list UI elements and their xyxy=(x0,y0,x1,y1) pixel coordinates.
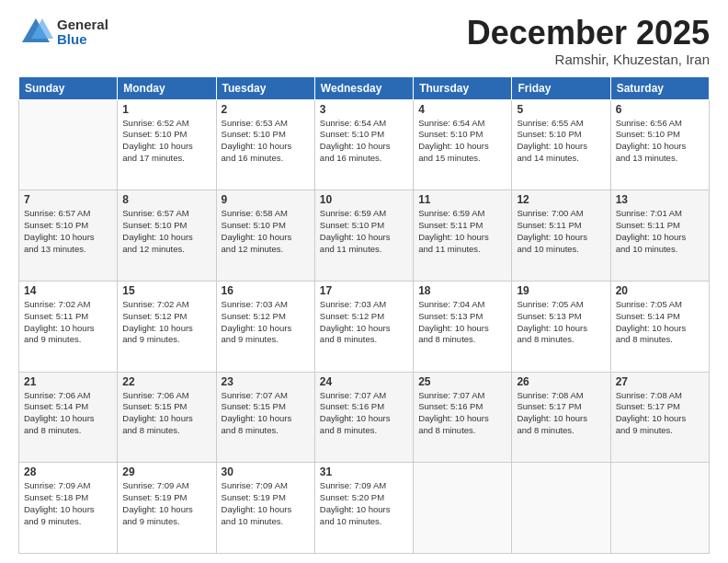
day-number: 8 xyxy=(122,193,210,206)
weekday-monday: Monday xyxy=(118,76,216,99)
day-cell xyxy=(610,463,709,554)
day-cell: 26Sunrise: 7:08 AMSunset: 5:17 PMDayligh… xyxy=(512,372,610,463)
day-number: 10 xyxy=(320,193,408,206)
day-info: Sunrise: 7:09 AMSunset: 5:19 PMDaylight:… xyxy=(222,480,310,527)
weekday-thursday: Thursday xyxy=(414,76,512,99)
day-number: 13 xyxy=(616,193,704,206)
logo-general: General xyxy=(57,17,108,33)
day-number: 7 xyxy=(24,193,112,206)
day-info: Sunrise: 7:07 AMSunset: 5:15 PMDaylight:… xyxy=(222,390,310,437)
day-cell: 16Sunrise: 7:03 AMSunset: 5:12 PMDayligh… xyxy=(216,281,314,372)
day-cell: 28Sunrise: 7:09 AMSunset: 5:18 PMDayligh… xyxy=(19,463,118,554)
weekday-wednesday: Wednesday xyxy=(314,76,413,99)
day-number: 17 xyxy=(320,284,408,297)
day-info: Sunrise: 7:02 AMSunset: 5:11 PMDaylight:… xyxy=(24,299,112,346)
day-info: Sunrise: 7:00 AMSunset: 5:11 PMDaylight:… xyxy=(517,208,605,255)
month-title: December 2025 xyxy=(467,15,710,52)
week-row-4: 21Sunrise: 7:06 AMSunset: 5:14 PMDayligh… xyxy=(19,372,710,463)
weekday-friday: Friday xyxy=(512,76,610,99)
day-cell: 7Sunrise: 6:57 AMSunset: 5:10 PMDaylight… xyxy=(19,190,118,282)
calendar-table: SundayMondayTuesdayWednesdayThursdayFrid… xyxy=(18,76,710,554)
logo-text: General Blue xyxy=(57,17,108,48)
day-info: Sunrise: 6:57 AMSunset: 5:10 PMDaylight:… xyxy=(122,208,210,255)
day-info: Sunrise: 7:06 AMSunset: 5:14 PMDaylight:… xyxy=(24,390,112,437)
day-cell: 5Sunrise: 6:55 AMSunset: 5:10 PMDaylight… xyxy=(512,99,610,190)
day-number: 3 xyxy=(320,103,408,116)
day-cell xyxy=(19,99,118,190)
day-number: 23 xyxy=(222,375,310,388)
day-cell: 23Sunrise: 7:07 AMSunset: 5:15 PMDayligh… xyxy=(216,372,314,463)
day-info: Sunrise: 7:05 AMSunset: 5:13 PMDaylight:… xyxy=(517,299,605,346)
day-number: 26 xyxy=(517,375,605,388)
day-info: Sunrise: 7:05 AMSunset: 5:14 PMDaylight:… xyxy=(616,299,704,346)
day-cell: 19Sunrise: 7:05 AMSunset: 5:13 PMDayligh… xyxy=(512,281,610,372)
day-info: Sunrise: 6:59 AMSunset: 5:10 PMDaylight:… xyxy=(320,208,408,255)
day-info: Sunrise: 6:56 AMSunset: 5:10 PMDaylight:… xyxy=(616,118,704,165)
day-cell: 27Sunrise: 7:08 AMSunset: 5:17 PMDayligh… xyxy=(610,372,709,463)
day-info: Sunrise: 6:53 AMSunset: 5:10 PMDaylight:… xyxy=(222,118,310,165)
day-cell xyxy=(414,463,512,554)
day-info: Sunrise: 7:04 AMSunset: 5:13 PMDaylight:… xyxy=(418,299,506,346)
day-info: Sunrise: 7:01 AMSunset: 5:11 PMDaylight:… xyxy=(616,208,704,255)
day-cell: 3Sunrise: 6:54 AMSunset: 5:10 PMDaylight… xyxy=(314,99,413,190)
day-number: 19 xyxy=(517,284,605,297)
day-info: Sunrise: 6:57 AMSunset: 5:10 PMDaylight:… xyxy=(24,208,112,255)
day-number: 1 xyxy=(122,103,210,116)
day-number: 18 xyxy=(418,284,506,297)
day-number: 2 xyxy=(222,103,310,116)
day-cell: 14Sunrise: 7:02 AMSunset: 5:11 PMDayligh… xyxy=(19,281,118,372)
day-cell: 22Sunrise: 7:06 AMSunset: 5:15 PMDayligh… xyxy=(118,372,216,463)
logo-blue: Blue xyxy=(57,32,108,48)
day-info: Sunrise: 6:58 AMSunset: 5:10 PMDaylight:… xyxy=(222,208,310,255)
day-cell: 12Sunrise: 7:00 AMSunset: 5:11 PMDayligh… xyxy=(512,190,610,282)
day-info: Sunrise: 6:54 AMSunset: 5:10 PMDaylight:… xyxy=(320,118,408,165)
day-cell: 10Sunrise: 6:59 AMSunset: 5:10 PMDayligh… xyxy=(314,190,413,282)
day-cell: 25Sunrise: 7:07 AMSunset: 5:16 PMDayligh… xyxy=(414,372,512,463)
week-row-1: 1Sunrise: 6:52 AMSunset: 5:10 PMDaylight… xyxy=(19,99,710,190)
day-info: Sunrise: 7:06 AMSunset: 5:15 PMDaylight:… xyxy=(122,390,210,437)
day-cell: 21Sunrise: 7:06 AMSunset: 5:14 PMDayligh… xyxy=(19,372,118,463)
day-cell: 9Sunrise: 6:58 AMSunset: 5:10 PMDaylight… xyxy=(216,190,314,282)
day-cell: 8Sunrise: 6:57 AMSunset: 5:10 PMDaylight… xyxy=(118,190,216,282)
day-number: 11 xyxy=(418,193,506,206)
logo-icon xyxy=(18,15,53,50)
day-info: Sunrise: 7:09 AMSunset: 5:18 PMDaylight:… xyxy=(24,480,112,527)
day-number: 14 xyxy=(24,284,112,297)
day-info: Sunrise: 7:02 AMSunset: 5:12 PMDaylight:… xyxy=(122,299,210,346)
day-number: 31 xyxy=(320,465,408,478)
day-number: 15 xyxy=(122,284,210,297)
logo: General Blue xyxy=(18,15,108,50)
day-info: Sunrise: 7:09 AMSunset: 5:19 PMDaylight:… xyxy=(122,480,210,527)
day-info: Sunrise: 7:07 AMSunset: 5:16 PMDaylight:… xyxy=(418,390,506,437)
day-cell: 4Sunrise: 6:54 AMSunset: 5:10 PMDaylight… xyxy=(414,99,512,190)
header: General Blue December 2025 Ramshir, Khuz… xyxy=(18,15,710,67)
weekday-tuesday: Tuesday xyxy=(216,76,314,99)
day-cell: 17Sunrise: 7:03 AMSunset: 5:12 PMDayligh… xyxy=(314,281,413,372)
day-info: Sunrise: 7:09 AMSunset: 5:20 PMDaylight:… xyxy=(320,480,408,527)
day-number: 27 xyxy=(616,375,704,388)
day-number: 6 xyxy=(616,103,704,116)
day-cell: 11Sunrise: 6:59 AMSunset: 5:11 PMDayligh… xyxy=(414,190,512,282)
day-info: Sunrise: 7:08 AMSunset: 5:17 PMDaylight:… xyxy=(616,390,704,437)
weekday-saturday: Saturday xyxy=(610,76,709,99)
day-cell: 1Sunrise: 6:52 AMSunset: 5:10 PMDaylight… xyxy=(118,99,216,190)
week-row-5: 28Sunrise: 7:09 AMSunset: 5:18 PMDayligh… xyxy=(19,463,710,554)
day-info: Sunrise: 6:52 AMSunset: 5:10 PMDaylight:… xyxy=(122,118,210,165)
title-block: December 2025 Ramshir, Khuzestan, Iran xyxy=(467,15,710,67)
day-number: 29 xyxy=(122,465,210,478)
day-info: Sunrise: 7:07 AMSunset: 5:16 PMDaylight:… xyxy=(320,390,408,437)
weekday-sunday: Sunday xyxy=(19,76,118,99)
day-cell: 24Sunrise: 7:07 AMSunset: 5:16 PMDayligh… xyxy=(314,372,413,463)
day-info: Sunrise: 6:59 AMSunset: 5:11 PMDaylight:… xyxy=(418,208,506,255)
day-cell: 2Sunrise: 6:53 AMSunset: 5:10 PMDaylight… xyxy=(216,99,314,190)
weekday-header-row: SundayMondayTuesdayWednesdayThursdayFrid… xyxy=(19,76,710,99)
day-info: Sunrise: 7:03 AMSunset: 5:12 PMDaylight:… xyxy=(222,299,310,346)
day-cell: 6Sunrise: 6:56 AMSunset: 5:10 PMDaylight… xyxy=(610,99,709,190)
week-row-3: 14Sunrise: 7:02 AMSunset: 5:11 PMDayligh… xyxy=(19,281,710,372)
day-cell: 13Sunrise: 7:01 AMSunset: 5:11 PMDayligh… xyxy=(610,190,709,282)
day-number: 28 xyxy=(24,465,112,478)
day-cell: 15Sunrise: 7:02 AMSunset: 5:12 PMDayligh… xyxy=(118,281,216,372)
day-cell: 18Sunrise: 7:04 AMSunset: 5:13 PMDayligh… xyxy=(414,281,512,372)
day-number: 12 xyxy=(517,193,605,206)
day-number: 22 xyxy=(122,375,210,388)
